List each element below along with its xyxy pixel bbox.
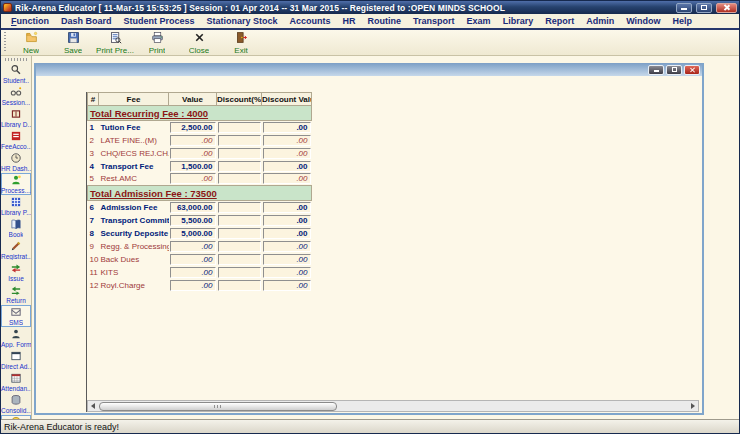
menu-item-help[interactable]: Help	[667, 16, 699, 26]
sidebar-item-library-p[interactable]: Library P...	[1, 195, 31, 217]
discount-value-cell[interactable]: .00	[263, 122, 311, 133]
discount-percent-cell[interactable]	[218, 267, 261, 278]
sidebar-item-label: Direct Ad...	[1, 363, 31, 370]
menu-item-admin[interactable]: Admin	[580, 16, 620, 26]
exit-button[interactable]: Exit	[220, 31, 262, 55]
save-button[interactable]: Save	[52, 31, 94, 55]
menu-item-report[interactable]: Report	[539, 16, 580, 26]
discount-percent-cell[interactable]	[218, 254, 261, 265]
sidebar-item-student[interactable]: Student..	[1, 63, 31, 85]
value-cell[interactable]: 5,500.00	[170, 215, 216, 226]
discount-percent-cell[interactable]	[218, 241, 261, 252]
sidebar-item-label: Student..	[3, 77, 29, 84]
sidebar-item-process[interactable]: Process....	[1, 173, 31, 195]
print-preview-icon	[109, 31, 122, 46]
child-minimize-button[interactable]	[648, 65, 664, 75]
discount-value-cell[interactable]: .00	[263, 241, 311, 252]
fee-row: 7Transport Commitment5,500.00.00	[88, 214, 312, 227]
discount-value-cell[interactable]: .00	[263, 215, 311, 226]
section-header-row: Total Recurring Fee : 4000	[88, 106, 312, 121]
sidebar-item-attendan[interactable]: Attendan...	[1, 371, 31, 393]
print-pre-button[interactable]: Print Pre...	[94, 31, 136, 55]
discount-value-cell[interactable]: .00	[263, 280, 311, 291]
discount-percent-cell[interactable]	[218, 215, 261, 226]
menu-item-exam[interactable]: Exam	[461, 16, 497, 26]
sidebar-item-book[interactable]: Book	[1, 217, 31, 239]
discount-percent-cell[interactable]	[218, 161, 261, 172]
discount-percent-cell[interactable]	[218, 280, 261, 291]
discount-percent-cell[interactable]	[218, 173, 261, 184]
scroll-right-button[interactable]	[688, 401, 698, 411]
app-logo-icon	[3, 3, 12, 12]
value-cell[interactable]: .00	[170, 135, 216, 146]
maximize-button[interactable]	[696, 3, 712, 13]
value-cell[interactable]: .00	[170, 254, 216, 265]
discount-value-cell[interactable]: .00	[263, 148, 311, 159]
fee-name: Tution Fee	[99, 121, 169, 134]
sidebar-item-session[interactable]: Session...	[1, 85, 31, 107]
sidebar-item-feeacco[interactable]: FeeAcco...	[1, 129, 31, 151]
row-number: 1	[88, 121, 99, 134]
sidebar-item-registrat[interactable]: Registrat...	[1, 239, 31, 261]
close-button[interactable]: Close	[178, 31, 220, 55]
value-cell[interactable]: 63,000.00	[170, 202, 216, 213]
discount-value-cell[interactable]: .00	[263, 135, 311, 146]
value-cell[interactable]: 1,500.00	[170, 161, 216, 172]
discount-percent-cell[interactable]	[218, 148, 261, 159]
value-cell[interactable]: .00	[170, 173, 216, 184]
sidebar-item-hr-dash[interactable]: HR Dash...	[1, 151, 31, 173]
child-close-button[interactable]	[684, 65, 700, 75]
minimize-button[interactable]	[676, 3, 692, 13]
value-cell[interactable]: .00	[170, 148, 216, 159]
scrollbar-thumb[interactable]	[99, 402, 337, 411]
menu-item-hr[interactable]: HR	[337, 16, 362, 26]
discount-percent-cell[interactable]	[218, 135, 261, 146]
value-cell[interactable]: .00	[170, 280, 216, 291]
print-button[interactable]: Print	[136, 31, 178, 55]
fee-name: KITS	[99, 266, 169, 279]
sidebar-item-app-form[interactable]: App. Form	[1, 327, 31, 349]
sidebar-item-consolid[interactable]: Consolid...	[1, 393, 31, 415]
value-cell[interactable]: 2,500.00	[170, 122, 216, 133]
menu-item-routine[interactable]: Routine	[362, 16, 408, 26]
sidebar-item-sms[interactable]: SMS	[1, 305, 31, 327]
toolbar-button-label: Save	[64, 46, 82, 55]
menu-item-window[interactable]: Window	[620, 16, 666, 26]
discount-value-cell[interactable]: .00	[263, 267, 311, 278]
fee-grid: #FeeValueDiscount(%)Discount Value Total…	[87, 92, 699, 400]
child-maximize-button[interactable]	[666, 65, 682, 75]
value-cell[interactable]: .00	[170, 267, 216, 278]
value-cell[interactable]: .00	[170, 241, 216, 252]
menu-item-dash-board[interactable]: Dash Board	[55, 16, 118, 26]
sidebar-item-direct-ad[interactable]: Direct Ad...	[1, 349, 31, 371]
discount-percent-cell[interactable]	[218, 122, 261, 133]
value-cell[interactable]: 5,000.00	[170, 228, 216, 239]
sidebar-item-issue[interactable]: Issue	[1, 261, 31, 283]
scroll-left-button[interactable]	[88, 401, 98, 411]
discount-percent-cell[interactable]	[218, 202, 261, 213]
row-number: 5	[88, 173, 99, 186]
horizontal-scrollbar[interactable]	[87, 400, 699, 412]
menu-item-library[interactable]: Library	[497, 16, 540, 26]
menu-item-student-process[interactable]: Student Process	[118, 16, 201, 26]
close-button[interactable]	[716, 3, 737, 13]
sidebar-drag-handle[interactable]	[5, 58, 27, 61]
arrow-right-icon	[691, 403, 695, 409]
menu-item-stationary-stock[interactable]: Stationary Stock	[201, 16, 284, 26]
menu-item-accounts[interactable]: Accounts	[284, 16, 337, 26]
sidebar-item-return[interactable]: Return	[1, 283, 31, 305]
discount-value-cell[interactable]: .00	[263, 228, 311, 239]
row-number: 11	[88, 266, 99, 279]
fee-row: 4Transport Fee1,500.00.00	[88, 160, 312, 173]
close-icon	[723, 4, 730, 11]
new-button[interactable]: New	[10, 31, 52, 55]
toolbar-drag-handle[interactable]	[4, 32, 6, 52]
menu-item-function[interactable]: Function	[5, 16, 55, 26]
discount-percent-cell[interactable]	[218, 228, 261, 239]
discount-value-cell[interactable]: .00	[263, 254, 311, 265]
discount-value-cell[interactable]: .00	[263, 161, 311, 172]
discount-value-cell[interactable]: .00	[263, 202, 311, 213]
menu-item-transport[interactable]: Transport	[407, 16, 461, 26]
sidebar-item-library-d[interactable]: Library D...	[1, 107, 31, 129]
discount-value-cell[interactable]: .00	[263, 173, 311, 184]
